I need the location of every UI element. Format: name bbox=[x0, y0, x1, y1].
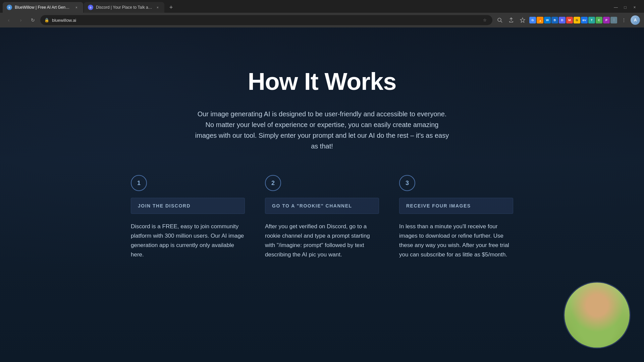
new-tab-button[interactable]: + bbox=[166, 3, 176, 12]
ext-icon-3[interactable]: W bbox=[544, 17, 551, 23]
step-header-text-3: RECEIVE FOUR IMAGES bbox=[406, 203, 471, 208]
step-2: 2 GO TO A "ROOKIE" CHANNEL After you get… bbox=[255, 175, 389, 259]
extensions-menu-button[interactable]: ⋮ bbox=[610, 17, 617, 23]
ext-icon-9[interactable]: T bbox=[588, 17, 595, 23]
more-menu-button[interactable]: ⋮ bbox=[619, 15, 629, 25]
step-header-text-2: GO TO A "ROOKIE" CHANNEL bbox=[272, 203, 352, 208]
url-text: bluewillow.ai bbox=[52, 18, 478, 23]
svg-marker-6 bbox=[520, 18, 525, 22]
tab-bluewillow[interactable]: B BlueWillow | Free AI Art Genera... × bbox=[3, 2, 83, 13]
ext-icon-6[interactable]: M bbox=[566, 17, 573, 23]
bookmark-star-button[interactable] bbox=[518, 15, 527, 25]
step-header-1: JOIN THE DISCORD bbox=[131, 198, 245, 214]
video-overlay[interactable] bbox=[564, 282, 631, 349]
tab-label-discord: Discord | Your Place to Talk and ... bbox=[96, 5, 152, 10]
url-bar[interactable]: 🔒 bluewillow.ai ☆ bbox=[40, 15, 492, 25]
tab-favicon-bluewillow: B bbox=[7, 5, 12, 10]
page-content: How It Works Our image generating AI is … bbox=[0, 27, 644, 362]
ext-icon-2[interactable]: 🔥 bbox=[537, 17, 543, 23]
tab-controls: — □ × bbox=[612, 3, 641, 11]
browser-chrome: B BlueWillow | Free AI Art Genera... × D… bbox=[0, 0, 644, 27]
tab-close-discord[interactable]: × bbox=[155, 5, 160, 10]
back-button[interactable]: ‹ bbox=[4, 15, 13, 25]
tab-label-bluewillow: BlueWillow | Free AI Art Genera... bbox=[15, 5, 71, 10]
ext-icon-7[interactable]: G bbox=[574, 17, 580, 23]
toolbar-right: G 🔥 W B D M G BV T C P ⋮ ⋮ A bbox=[495, 15, 640, 25]
ext-icon-11[interactable]: P bbox=[603, 17, 610, 23]
minimize-button[interactable]: — bbox=[612, 3, 620, 11]
step-3: 3 RECEIVE FOUR IMAGES In less than a min… bbox=[389, 175, 523, 259]
step-header-2: GO TO A "ROOKIE" CHANNEL bbox=[265, 198, 379, 214]
address-bar: ‹ › ↻ 🔒 bluewillow.ai ☆ G 🔥 W B bbox=[0, 13, 644, 27]
page-subtitle: Our image generating AI is designed to b… bbox=[195, 109, 449, 152]
extensions-toolbar: G 🔥 W B D M G BV T C P ⋮ bbox=[529, 17, 617, 23]
maximize-button[interactable]: □ bbox=[621, 3, 629, 11]
url-actions: ☆ bbox=[481, 16, 488, 24]
step-header-text-1: JOIN THE DISCORD bbox=[138, 203, 191, 208]
bookmark-icon[interactable]: ☆ bbox=[481, 16, 488, 24]
forward-button[interactable]: › bbox=[16, 15, 25, 25]
svg-point-4 bbox=[498, 18, 501, 21]
svg-text:B: B bbox=[8, 6, 10, 9]
ext-icon-10[interactable]: C bbox=[596, 17, 602, 23]
steps-container: 1 JOIN THE DISCORD Discord is a FREE, ea… bbox=[121, 175, 523, 259]
step-number-2: 2 bbox=[265, 175, 281, 191]
lock-icon: 🔒 bbox=[44, 18, 49, 22]
refresh-button[interactable]: ↻ bbox=[28, 15, 38, 25]
google-search-button[interactable] bbox=[495, 15, 504, 25]
step-number-1: 1 bbox=[131, 175, 147, 191]
step-header-3: RECEIVE FOUR IMAGES bbox=[399, 198, 513, 214]
svg-line-5 bbox=[501, 21, 502, 22]
content-wrapper: How It Works Our image generating AI is … bbox=[121, 68, 523, 259]
svg-text:D: D bbox=[90, 6, 91, 9]
share-button[interactable] bbox=[506, 15, 516, 25]
step-number-3: 3 bbox=[399, 175, 415, 191]
step-description-2: After you get verified on Discord, go to… bbox=[265, 222, 379, 259]
profile-avatar[interactable]: A bbox=[631, 15, 640, 25]
ext-icon-8[interactable]: BV bbox=[581, 17, 588, 23]
page-title: How It Works bbox=[248, 68, 396, 95]
step-1: 1 JOIN THE DISCORD Discord is a FREE, ea… bbox=[121, 175, 255, 259]
ext-icon-5[interactable]: D bbox=[559, 17, 566, 23]
tab-favicon-discord: D bbox=[88, 5, 93, 10]
ext-icon-1[interactable]: G bbox=[529, 17, 536, 23]
tab-discord[interactable]: D Discord | Your Place to Talk and ... × bbox=[84, 2, 164, 13]
step-description-3: In less than a minute you'll receive fou… bbox=[399, 222, 513, 259]
ext-icon-4[interactable]: B bbox=[551, 17, 558, 23]
step-description-1: Discord is a FREE, easy to join communit… bbox=[131, 222, 245, 259]
video-person bbox=[565, 283, 630, 348]
tab-bar: B BlueWillow | Free AI Art Genera... × D… bbox=[0, 0, 644, 13]
close-window-button[interactable]: × bbox=[631, 3, 639, 11]
tab-close-bluewillow[interactable]: × bbox=[74, 5, 79, 10]
